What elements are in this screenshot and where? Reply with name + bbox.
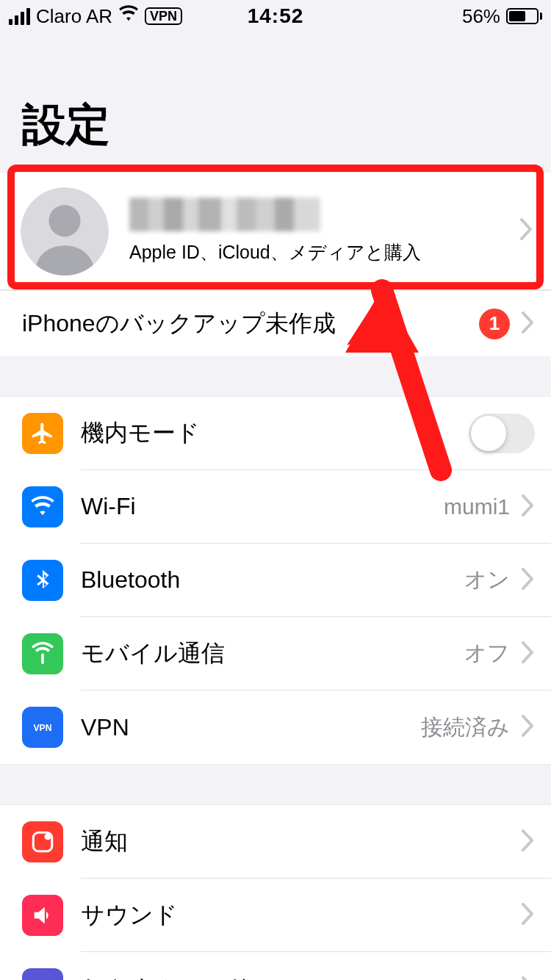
row-do-not-disturb[interactable]: おやすみモード xyxy=(0,952,551,980)
wifi-icon xyxy=(118,4,139,29)
status-time: 14:52 xyxy=(248,4,304,28)
row-value: mumi1 xyxy=(444,494,510,519)
status-bar: Claro AR VPN 14:52 56% xyxy=(0,0,551,32)
chevron-right-icon xyxy=(522,903,535,928)
battery-icon xyxy=(506,8,542,24)
row-label: サウンド xyxy=(81,899,178,932)
chevron-right-icon xyxy=(522,715,535,740)
row-sounds[interactable]: サウンド xyxy=(0,879,551,952)
account-subtitle: Apple ID、iCloud、メディアと購入 xyxy=(129,240,513,264)
battery-percent-label: 56% xyxy=(462,5,500,28)
airplane-toggle[interactable] xyxy=(469,414,535,453)
row-label: 機内モード xyxy=(81,417,200,450)
apple-id-row[interactable]: Apple ID、iCloud、メディアと購入 xyxy=(0,173,551,290)
status-left: Claro AR VPN xyxy=(9,4,182,29)
chevron-right-icon xyxy=(522,976,535,980)
moon-icon xyxy=(22,968,63,980)
avatar xyxy=(21,187,109,275)
svg-point-1 xyxy=(48,205,80,237)
chevron-right-icon xyxy=(522,568,535,593)
group-connectivity: 機内モード Wi-Fi mumi1 Bl xyxy=(0,396,551,765)
cellular-icon xyxy=(22,633,63,674)
row-notifications[interactable]: 通知 xyxy=(0,805,551,879)
backup-right: 1 xyxy=(479,309,535,339)
row-label: Bluetooth xyxy=(81,566,180,594)
settings-screen: Claro AR VPN 14:52 56% 設定 App xyxy=(0,0,551,980)
row-label: 通知 xyxy=(81,826,128,858)
vpn-icon: VPN xyxy=(22,707,63,748)
carrier-label: Claro AR xyxy=(36,5,112,28)
chevron-right-icon xyxy=(522,494,535,519)
row-label: Wi-Fi xyxy=(81,493,136,520)
notifications-icon xyxy=(22,821,63,862)
chevron-right-icon xyxy=(513,215,533,247)
sounds-icon xyxy=(22,895,63,936)
page-title: 設定 xyxy=(0,32,551,173)
chevron-right-icon xyxy=(522,829,535,854)
row-bluetooth[interactable]: Bluetooth オン xyxy=(0,544,551,617)
row-vpn[interactable]: VPN VPN 接続済み xyxy=(0,691,551,764)
vpn-status-icon: VPN xyxy=(145,7,182,25)
row-wifi[interactable]: Wi-Fi mumi1 xyxy=(0,470,551,544)
account-text: Apple ID、iCloud、メディアと購入 xyxy=(129,198,513,264)
svg-text:VPN: VPN xyxy=(34,723,52,733)
notification-badge: 1 xyxy=(479,309,510,339)
row-label: VPN xyxy=(81,714,129,741)
status-right: 56% xyxy=(462,5,542,28)
airplane-icon xyxy=(22,413,63,454)
row-cellular[interactable]: モバイル通信 オフ xyxy=(0,617,551,691)
chevron-right-icon xyxy=(522,641,535,666)
svg-point-4 xyxy=(45,833,51,840)
chevron-right-icon xyxy=(522,311,535,336)
row-value: オフ xyxy=(464,638,510,669)
row-label: モバイル通信 xyxy=(81,638,225,670)
backup-label: iPhoneのバックアップ未作成 xyxy=(22,308,336,340)
row-label: おやすみモード xyxy=(81,973,250,980)
group-system: 通知 サウンド おやすみモード xyxy=(0,804,551,980)
cellular-signal-icon xyxy=(9,8,30,25)
row-value: オン xyxy=(464,565,510,595)
wifi-icon xyxy=(22,486,63,527)
row-value: 接続済み xyxy=(421,713,510,743)
row-airplane-mode[interactable]: 機内モード xyxy=(0,397,551,470)
backup-warning-row[interactable]: iPhoneのバックアップ未作成 1 xyxy=(0,290,551,356)
bluetooth-icon xyxy=(22,560,63,601)
account-name-redacted xyxy=(129,198,320,231)
